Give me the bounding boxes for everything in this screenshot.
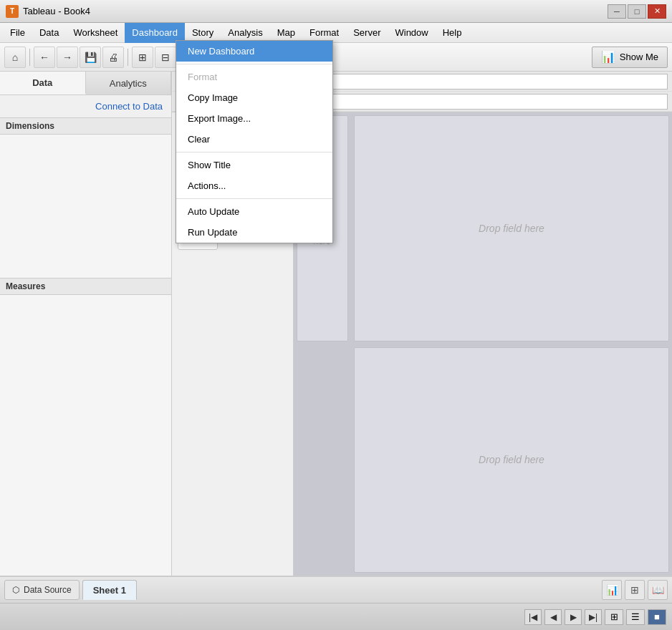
menu-item-clear[interactable]: Clear (176, 129, 332, 150)
back-button[interactable]: ← (34, 47, 55, 68)
data-source-label: Data Source (24, 585, 72, 595)
menu-separator-3 (176, 198, 332, 199)
title-bar: T Tableau - Book4 ─ □ ✕ (0, 0, 672, 23)
home-button[interactable]: ⌂ (4, 47, 26, 68)
data-source-icon: ⬡ (12, 585, 19, 595)
list-view-button[interactable]: ☰ (626, 609, 645, 625)
menu-bar: File Data Worksheet Dashboard Story Anal… (0, 23, 672, 43)
add-dashboard-button[interactable]: ⊞ (625, 580, 645, 600)
measures-area (0, 295, 171, 576)
analytics-tab[interactable]: Analytics (86, 72, 172, 94)
menu-item-new-dashboard[interactable]: New Dashboard (176, 41, 332, 62)
show-me-label: Show Me (620, 52, 658, 62)
menu-separator-1 (176, 64, 332, 64)
prev-page-button[interactable]: ◀ (544, 609, 562, 625)
window-title: Tableau - Book4 (23, 6, 90, 16)
panel-tabs: Data Analytics (0, 72, 171, 95)
maximize-button[interactable]: □ (628, 4, 646, 19)
drop-zone-top-right[interactable]: Drop field here (354, 115, 669, 341)
add-sheet-button[interactable]: 📊 (602, 580, 622, 600)
tableau-icon: T (6, 5, 19, 18)
drop-area: Dropfieldhere Drop field here Drop field… (294, 112, 672, 576)
drop-zone-bottom-right[interactable]: Drop field here (354, 347, 669, 573)
menu-item-run-update[interactable]: Run Update (176, 222, 332, 243)
new-dashboard-button[interactable]: ⊞ (132, 47, 153, 68)
next-page-button[interactable]: ▶ (565, 609, 582, 625)
show-me-button[interactable]: 📊 Show Me (592, 47, 668, 68)
data-tab[interactable]: Data (0, 72, 86, 94)
save-button[interactable]: 💾 (80, 47, 101, 68)
duplicate-button[interactable]: ⊟ (155, 47, 176, 68)
menu-item-auto-update[interactable]: Auto Update (176, 201, 332, 222)
menu-worksheet[interactable]: Worksheet (66, 23, 125, 43)
connect-to-data-link[interactable]: Connect to Data (0, 95, 171, 117)
menu-separator-2 (176, 152, 332, 152)
main-layout: Data Analytics Connect to Data Dimension… (0, 72, 672, 576)
status-bar: |◀ ◀ ▶ ▶| ⊞ ☰ ■ (0, 603, 672, 630)
last-page-button[interactable]: ▶| (585, 609, 602, 625)
toolbar-separator-2 (128, 49, 128, 66)
chart-icon: 📊 (601, 50, 615, 64)
add-story-button[interactable]: 📖 (648, 580, 668, 600)
drop-zone-bottom-left-placeholder (294, 344, 351, 576)
menu-item-actions[interactable]: Actions... (176, 175, 332, 196)
data-source-tab[interactable]: ⬡ Data Source (4, 580, 80, 600)
window-controls[interactable]: ─ □ ✕ (608, 4, 666, 19)
menu-server[interactable]: Server (346, 23, 388, 43)
first-page-button[interactable]: |◀ (524, 609, 542, 625)
menu-window[interactable]: Window (388, 23, 435, 43)
menu-item-show-title[interactable]: Show Title (176, 155, 332, 175)
menu-data[interactable]: Data (32, 23, 66, 43)
title-bar-left: T Tableau - Book4 (6, 5, 90, 18)
drop-top-right-text: Drop field here (479, 223, 544, 234)
left-panel: Data Analytics Connect to Data Dimension… (0, 72, 172, 576)
square-view-button[interactable]: ■ (648, 609, 666, 625)
menu-item-export-image[interactable]: Export Image... (176, 108, 332, 129)
dimensions-header: Dimensions (0, 117, 171, 135)
minimize-button[interactable]: ─ (608, 4, 626, 19)
menu-item-format: Format (176, 67, 332, 87)
toolbar: ⌂ ← → 💾 🖨 ⊞ ⊟ ↻ ⏸ ⤢ 📊 Show Me (0, 43, 672, 72)
bottom-tabs: ⬡ Data Source Sheet 1 📊 ⊞ 📖 (0, 576, 672, 603)
menu-item-copy-image[interactable]: Copy Image (176, 87, 332, 108)
menu-help[interactable]: Help (436, 23, 469, 43)
grid-view-button[interactable]: ⊞ (605, 609, 623, 625)
dimensions-area (0, 135, 171, 278)
measures-header: Measures (0, 278, 171, 295)
drop-bottom-right-text: Drop field here (479, 454, 544, 465)
toolbar-separator-1 (29, 49, 30, 66)
menu-file[interactable]: File (3, 23, 32, 43)
dashboard-dropdown-menu: New Dashboard Format Copy Image Export I… (176, 40, 333, 243)
sheet1-tab[interactable]: Sheet 1 (82, 580, 137, 600)
forward-button[interactable]: → (57, 47, 78, 68)
print-button[interactable]: 🖨 (102, 47, 124, 68)
close-button[interactable]: ✕ (648, 4, 666, 19)
